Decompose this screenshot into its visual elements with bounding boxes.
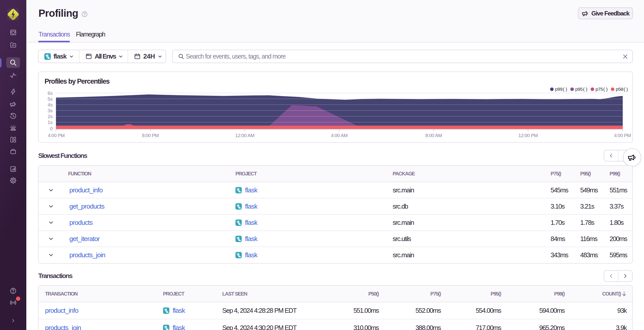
- svg-text:2s: 2s: [48, 114, 53, 119]
- svg-text:3s: 3s: [48, 108, 53, 113]
- svg-text:4:00 PM: 4:00 PM: [614, 133, 631, 138]
- svg-text:8:00 AM: 8:00 AM: [425, 133, 442, 138]
- svg-text:8:00 PM: 8:00 PM: [142, 133, 159, 138]
- svg-text:12:00 PM: 12:00 PM: [518, 133, 538, 138]
- svg-text:4:00 PM: 4:00 PM: [48, 133, 65, 138]
- svg-text:6s: 6s: [48, 90, 53, 96]
- svg-text:1s: 1s: [48, 120, 53, 125]
- svg-text:12:00 AM: 12:00 AM: [235, 133, 254, 138]
- svg-text:5s: 5s: [48, 96, 53, 102]
- svg-text:4:00 AM: 4:00 AM: [331, 133, 348, 138]
- svg-text:4s: 4s: [48, 102, 53, 107]
- svg-text:0: 0: [50, 126, 53, 131]
